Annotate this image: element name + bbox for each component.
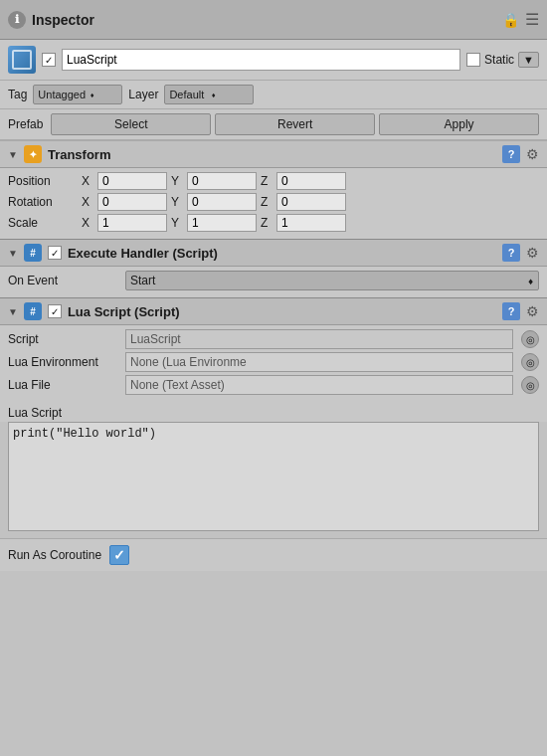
execute-handler-icon: # xyxy=(24,244,42,262)
script-row: Script ◎ xyxy=(8,329,539,349)
lua-env-label: Lua Environment xyxy=(8,355,117,369)
scale-x-input[interactable] xyxy=(97,214,167,232)
title-bar: ℹ Inspector 🔒 ☰ xyxy=(0,0,547,40)
lua-script-props: Script ◎ Lua Environment ◎ Lua File ◎ xyxy=(0,325,547,402)
lua-script-title: Lua Script (Script) xyxy=(68,304,496,319)
object-name-input[interactable] xyxy=(62,49,460,71)
rotation-row: Rotation X Y Z xyxy=(8,193,539,211)
rotation-x-input[interactable] xyxy=(97,193,167,211)
lua-env-input[interactable] xyxy=(125,352,513,372)
prefab-apply-button[interactable]: Apply xyxy=(379,113,539,135)
transform-icon: ✦ xyxy=(24,145,42,163)
position-row: Position X Y Z xyxy=(8,172,539,190)
position-x-input[interactable] xyxy=(97,172,167,190)
tag-arrow-icon: ⬧ xyxy=(90,90,117,99)
rotation-y-input[interactable] xyxy=(187,193,257,211)
object-cube-icon xyxy=(8,46,36,74)
lua-file-pick-button[interactable]: ◎ xyxy=(521,376,539,394)
lua-script-section: ▼ # Lua Script (Script) ? ⚙ Script ◎ Lua… xyxy=(0,297,547,571)
layer-dropdown[interactable]: Default ⬧ xyxy=(164,85,254,104)
transform-section-header: ▼ ✦ Transform ? ⚙ xyxy=(0,140,547,168)
tag-layer-row: Tag Untagged ⬧ Layer Default ⬧ xyxy=(0,81,547,109)
lua-script-code-label: Lua Script xyxy=(0,402,547,422)
on-event-label: On Event xyxy=(8,274,117,287)
lua-script-gear-icon[interactable]: ⚙ xyxy=(526,303,539,319)
prefab-select-button[interactable]: Select xyxy=(51,113,211,135)
object-header: Static ▼ xyxy=(0,40,547,81)
prefab-revert-button[interactable]: Revert xyxy=(215,113,375,135)
lua-env-row: Lua Environment ◎ xyxy=(8,352,539,372)
object-active-checkbox[interactable] xyxy=(42,53,56,67)
rotation-x-label: X xyxy=(82,195,93,209)
position-z-label: Z xyxy=(261,174,273,188)
layer-value: Default xyxy=(169,89,207,100)
execute-handler-props: On Event Start ⬧ xyxy=(0,267,547,297)
transform-props: Position X Y Z Rotation X Y Z Scale X Y … xyxy=(0,168,547,239)
inspector-icon: ℹ xyxy=(8,11,26,29)
static-dropdown[interactable]: ▼ xyxy=(518,52,539,68)
lock-icon[interactable]: 🔒 xyxy=(502,12,519,28)
execute-handler-enabled-checkbox[interactable] xyxy=(48,246,62,260)
inspector-title: Inspector xyxy=(32,12,94,28)
on-event-dropdown[interactable]: Start ⬧ xyxy=(125,271,539,290)
execute-handler-gear-icon[interactable]: ⚙ xyxy=(526,245,539,261)
position-y-label: Y xyxy=(171,174,183,188)
transform-gear-icon[interactable]: ⚙ xyxy=(526,146,539,162)
on-event-value: Start xyxy=(130,274,155,287)
static-label: Static xyxy=(484,53,514,67)
transform-title: Transform xyxy=(48,147,496,162)
tag-label: Tag xyxy=(8,88,27,101)
rotation-z-input[interactable] xyxy=(276,193,346,211)
execute-handler-help-button[interactable]: ? xyxy=(502,244,520,262)
scale-z-label: Z xyxy=(261,216,273,230)
rotation-y-label: Y xyxy=(171,195,183,209)
execute-handler-collapse-arrow[interactable]: ▼ xyxy=(8,248,18,259)
lua-file-row: Lua File ◎ xyxy=(8,375,539,395)
execute-handler-section: ▼ # Execute Handler (Script) ? ⚙ On Even… xyxy=(0,239,547,297)
scale-row: Scale X Y Z xyxy=(8,214,539,232)
execute-handler-header: ▼ # Execute Handler (Script) ? ⚙ xyxy=(0,240,547,267)
lua-script-textarea[interactable]: print("Hello world") xyxy=(8,422,539,531)
coroutine-row: Run As Coroutine xyxy=(0,538,547,571)
lua-file-input[interactable] xyxy=(125,375,513,395)
position-x-label: X xyxy=(82,174,93,188)
layer-arrow-icon: ⬧ xyxy=(211,90,249,99)
run-as-coroutine-label: Run As Coroutine xyxy=(8,548,101,562)
scale-z-input[interactable] xyxy=(276,214,346,232)
script-label: Script xyxy=(8,332,117,346)
lua-script-header: ▼ # Lua Script (Script) ? ⚙ xyxy=(0,298,547,325)
transform-help-button[interactable]: ? xyxy=(502,145,520,163)
script-pick-button[interactable]: ◎ xyxy=(521,330,539,348)
scale-y-input[interactable] xyxy=(187,214,257,232)
layer-label: Layer xyxy=(128,88,158,101)
script-value-input[interactable] xyxy=(125,329,513,349)
on-event-arrow-icon: ⬧ xyxy=(527,274,534,287)
lua-script-enabled-checkbox[interactable] xyxy=(48,304,62,318)
scale-x-label: X xyxy=(82,216,93,230)
transform-collapse-arrow[interactable]: ▼ xyxy=(8,149,18,160)
scale-label: Scale xyxy=(8,216,78,230)
rotation-label: Rotation xyxy=(8,195,78,209)
static-checkbox[interactable] xyxy=(466,53,480,67)
lua-script-collapse-arrow[interactable]: ▼ xyxy=(8,306,18,317)
position-label: Position xyxy=(8,174,78,188)
run-as-coroutine-checkbox[interactable] xyxy=(109,545,129,565)
prefab-label: Prefab xyxy=(8,117,43,131)
position-z-input[interactable] xyxy=(276,172,346,190)
prefab-row: Prefab Select Revert Apply xyxy=(0,109,547,140)
rotation-z-label: Z xyxy=(261,195,273,209)
scale-y-label: Y xyxy=(171,216,183,230)
on-event-row: On Event Start ⬧ xyxy=(8,271,539,290)
tag-value: Untagged xyxy=(38,89,86,100)
menu-icon[interactable]: ☰ xyxy=(525,10,539,29)
lua-script-help-button[interactable]: ? xyxy=(502,302,520,320)
tag-dropdown[interactable]: Untagged ⬧ xyxy=(33,85,122,104)
execute-handler-title: Execute Handler (Script) xyxy=(68,246,496,261)
lua-script-icon: # xyxy=(24,302,42,320)
position-y-input[interactable] xyxy=(187,172,257,190)
lua-file-label: Lua File xyxy=(8,378,117,392)
lua-env-pick-button[interactable]: ◎ xyxy=(521,353,539,371)
